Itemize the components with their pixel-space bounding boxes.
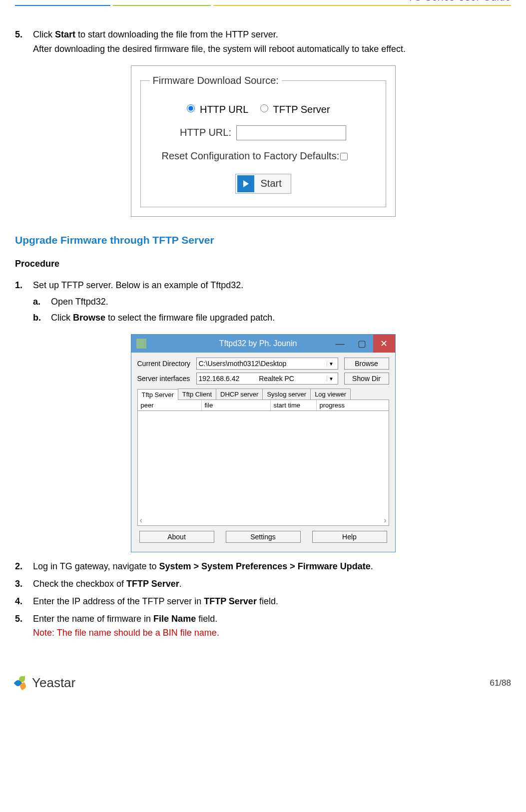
sub-letter: a. <box>33 295 51 309</box>
col-peer[interactable]: peer <box>138 400 202 410</box>
procedure-heading: Procedure <box>15 259 511 269</box>
maximize-button[interactable]: ▢ <box>351 335 373 353</box>
settings-button[interactable]: Settings <box>226 531 301 543</box>
bold-text: System > System Preferences > Firmware U… <box>159 561 371 571</box>
chevron-down-icon: ▼ <box>327 376 336 382</box>
reset-label: Reset Configuration to Factory Defaults: <box>162 150 340 161</box>
close-button[interactable]: ✕ <box>373 335 395 353</box>
sub-letter: b. <box>33 311 51 325</box>
text: Log in TG gateway, navigate to <box>33 561 159 571</box>
http-url-radio[interactable] <box>187 104 195 112</box>
tab-tftp-server[interactable]: Tftp Server <box>137 389 178 400</box>
download-source-fieldset: Firmware Download Source: HTTP URL TFTP … <box>140 75 386 207</box>
tftp-server-radio[interactable] <box>260 104 268 112</box>
scroll-left-icon: ‹ <box>140 516 142 525</box>
step-body: Enter the IP address of the TFTP server … <box>33 594 511 609</box>
text: field. <box>257 596 278 606</box>
http-url-radio-label: HTTP URL <box>200 104 248 115</box>
step-5b: 5. Enter the name of firmware in File Na… <box>15 612 511 641</box>
text: 192.168.6.42 <box>199 375 240 383</box>
tabs: Tftp Server Tftp Client DHCP server Sysl… <box>137 389 389 400</box>
note-text: Note: The file name should be a BIN file… <box>33 626 511 640</box>
titlebar: Tftpd32 by Ph. Jounin — ▢ ✕ <box>131 335 395 353</box>
text: After downloading the desired firmware f… <box>33 42 511 56</box>
sub-list: a. Open Tftpd32. b. Click Browse to sele… <box>33 295 511 326</box>
step-1a: a. Open Tftpd32. <box>33 295 511 309</box>
logo-icon <box>15 676 29 690</box>
help-button[interactable]: Help <box>312 531 387 543</box>
url-row: HTTP URL: <box>150 125 377 140</box>
col-file[interactable]: file <box>202 400 271 410</box>
text: Open Tftpd32. <box>51 295 108 309</box>
brand-name: Yeastar <box>32 675 75 691</box>
scroll-right-icon: › <box>384 516 386 525</box>
page-title: TG Series User Guide <box>408 0 511 3</box>
page-header: TG Series User Guide <box>15 0 511 7</box>
step-body: Set up TFTP server. Below is an example … <box>33 278 511 327</box>
server-interfaces-row: Server interfaces 192.168.6.42 Realtek P… <box>137 373 389 385</box>
text: Click Browse to select the firmware file… <box>51 311 275 325</box>
tftpd32-window: Tftpd32 by Ph. Jounin — ▢ ✕ Current Dire… <box>131 334 396 552</box>
footer-buttons: About Settings Help <box>137 526 389 547</box>
http-url-input[interactable] <box>236 125 346 140</box>
about-button[interactable]: About <box>139 531 214 543</box>
step-3: 3. Check the checkbox of TFTP Server. <box>15 577 511 591</box>
tab-tftp-client[interactable]: Tftp Client <box>178 389 216 400</box>
step-body: Click Start to start downloading the fil… <box>33 27 511 56</box>
text: . <box>371 561 373 571</box>
reset-checkbox[interactable] <box>340 153 348 160</box>
window-body: Current Directory C:\Users\moth0312\Desk… <box>131 353 395 552</box>
section-heading-tftp-upgrade: Upgrade Firmware through TFTP Server <box>15 234 511 246</box>
col-start-time[interactable]: start time <box>271 400 317 410</box>
bold-text: TFTP Server <box>126 579 179 589</box>
start-button[interactable]: Start <box>235 174 291 194</box>
current-directory-label: Current Directory <box>137 360 196 368</box>
text: . <box>179 579 182 589</box>
window-controls: — ▢ ✕ <box>329 335 395 353</box>
text: Enter the name of firmware in <box>33 614 153 624</box>
bold-text: Browse <box>73 313 105 323</box>
step-number: 2. <box>15 559 33 574</box>
step-number: 5. <box>15 27 33 56</box>
text: Click <box>33 29 55 39</box>
text: Click <box>51 313 73 323</box>
combo-value: C:\Users\moth0312\Desktop <box>199 360 327 368</box>
text: Realtek PC <box>259 375 294 383</box>
chevron-down-icon: ▼ <box>327 361 336 367</box>
bold-text: TFTP Server <box>204 596 257 606</box>
step-5: 5. Click Start to start downloading the … <box>15 27 511 56</box>
show-dir-button[interactable]: Show Dir <box>344 373 389 385</box>
minimize-button[interactable]: — <box>329 335 351 353</box>
text: field. <box>196 614 217 624</box>
page-number: 61/88 <box>490 678 511 688</box>
browse-button[interactable]: Browse <box>344 358 389 370</box>
tab-syslog-server[interactable]: Syslog server <box>262 389 311 400</box>
step-2: 2. Log in TG gateway, navigate to System… <box>15 559 511 574</box>
play-icon <box>237 175 254 192</box>
http-url-label: HTTP URL: <box>180 127 231 138</box>
scrollbar-horizontal[interactable]: ‹ › <box>138 515 389 525</box>
current-directory-combo[interactable]: C:\Users\moth0312\Desktop ▼ <box>196 358 338 370</box>
step-number: 5. <box>15 612 33 641</box>
page-content: 5. Click Start to start downloading the … <box>15 27 511 640</box>
text: to select the firmware file upgraded pat… <box>105 313 275 323</box>
tab-dhcp-server[interactable]: DHCP server <box>216 389 263 400</box>
text: Enter the IP address of the TFTP server … <box>33 596 204 606</box>
step-4: 4. Enter the IP address of the TFTP serv… <box>15 594 511 609</box>
step-1b: b. Click Browse to select the firmware f… <box>33 311 511 325</box>
step-1: 1. Set up TFTP server. Below is an examp… <box>15 278 511 327</box>
header-rule-blue <box>15 5 110 6</box>
col-progress[interactable]: progress <box>317 400 389 410</box>
step-body: Log in TG gateway, navigate to System > … <box>33 559 511 574</box>
tab-log-viewer[interactable]: Log viewer <box>310 389 351 400</box>
start-button-label: Start <box>261 178 282 189</box>
brand-logo: Yeastar <box>15 675 75 691</box>
transfer-list[interactable]: ‹ › <box>137 411 389 526</box>
text: Set up TFTP server. Below is an example … <box>33 280 243 290</box>
text: Check the checkbox of <box>33 579 126 589</box>
list-header: peer file start time progress <box>137 400 389 411</box>
firmware-dialog: Firmware Download Source: HTTP URL TFTP … <box>131 65 396 217</box>
current-directory-row: Current Directory C:\Users\moth0312\Desk… <box>137 358 389 370</box>
tftp-server-radio-label: TFTP Server <box>273 104 330 115</box>
server-interfaces-combo[interactable]: 192.168.6.42 Realtek PC ▼ <box>196 373 338 385</box>
